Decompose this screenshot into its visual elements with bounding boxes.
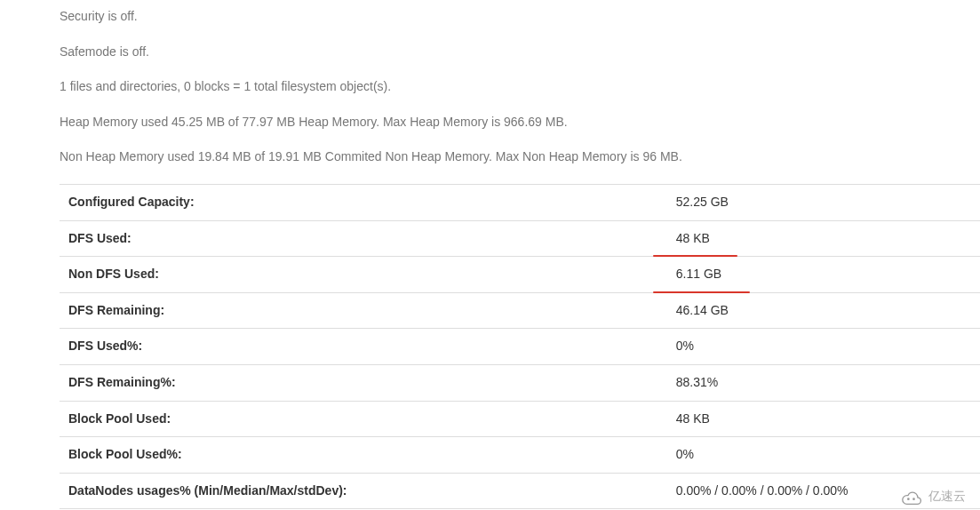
- row-value: 0%: [667, 437, 980, 474]
- heap-memory-summary: Heap Memory used 45.25 MB of 77.97 MB He…: [60, 114, 980, 131]
- row-value: 6.11 GB: [667, 257, 980, 293]
- nonheap-memory-summary: Non Heap Memory used 19.84 MB of 19.91 M…: [60, 148, 980, 166]
- cloud-icon: [898, 489, 923, 505]
- svg-point-1: [912, 498, 915, 500]
- table-row: Configured Capacity:52.25 GB: [60, 184, 980, 220]
- row-value: 88.31%: [667, 364, 980, 401]
- row-value: 0%: [667, 329, 980, 365]
- table-row: DFS Remaining%:88.31%: [60, 364, 980, 401]
- row-label: DataNodes usages% (Min/Median/Max/stdDev…: [60, 473, 667, 509]
- table-row: DFS Remaining:46.14 GB: [60, 292, 980, 329]
- table-row: DFS Used%:0%: [60, 329, 980, 365]
- row-label: DFS Used:: [60, 220, 667, 257]
- table-row: Block Pool Used%:0%: [60, 437, 980, 474]
- row-label: DFS Used%:: [60, 329, 667, 365]
- row-value: 52.25 GB: [667, 184, 980, 220]
- table-row: DataNodes usages% (Min/Median/Max/stdDev…: [60, 473, 980, 509]
- table-row: Block Pool Used:48 KB: [60, 401, 980, 437]
- row-label: Non DFS Used:: [60, 257, 667, 293]
- svg-point-0: [907, 498, 910, 500]
- safemode-status: Safemode is off.: [60, 44, 980, 61]
- row-value: 48 KB: [667, 401, 980, 437]
- row-label: DFS Remaining%:: [60, 364, 667, 401]
- row-label: Configured Capacity:: [60, 184, 667, 220]
- table-row: DFS Used:48 KB: [60, 220, 980, 257]
- watermark-text: 亿速云: [928, 489, 966, 505]
- content-container: Security is off. Safemode is off. 1 file…: [0, 8, 980, 510]
- row-value: 46.14 GB: [667, 292, 980, 329]
- watermark: 亿速云: [893, 487, 971, 506]
- row-label: Block Pool Used%:: [60, 437, 667, 474]
- security-status: Security is off.: [60, 8, 980, 26]
- table-row: Non DFS Used:6.11 GB: [60, 257, 980, 293]
- files-summary: 1 files and directories, 0 blocks = 1 to…: [60, 78, 980, 96]
- row-value: 48 KB: [667, 220, 980, 257]
- row-label: Block Pool Used:: [60, 401, 667, 437]
- summary-table: Configured Capacity:52.25 GBDFS Used:48 …: [60, 184, 980, 510]
- row-label: DFS Remaining:: [60, 292, 667, 329]
